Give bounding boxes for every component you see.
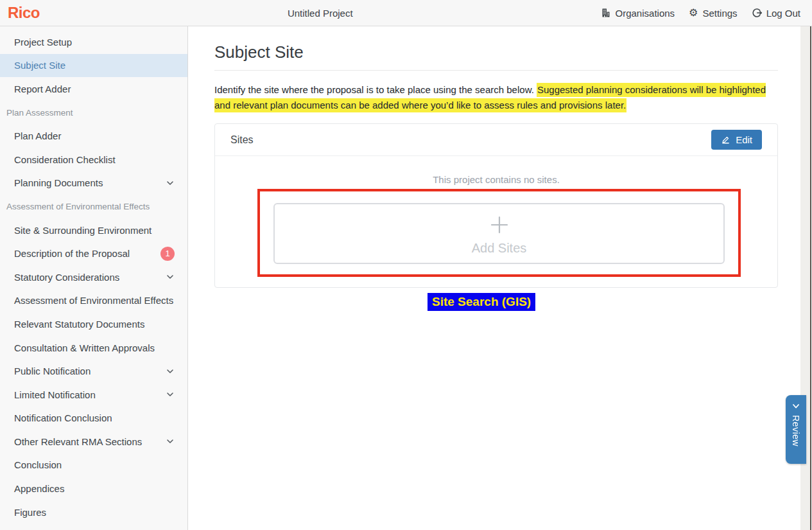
sidebar-item-label: Site & Surrounding Environment (14, 225, 175, 236)
chevron-down-icon (166, 437, 175, 446)
sidebar-item-label: Consultation & Written Approvals (14, 342, 175, 353)
sidebar-item-appendices[interactable]: Appendices (0, 477, 187, 500)
sidebar: Project SetupSubject SiteReport AdderPla… (0, 26, 188, 530)
sidebar-item-label: Description of the Proposal (14, 248, 160, 259)
buildings-icon (601, 8, 611, 18)
sidebar-item-conclusion[interactable]: Conclusion (0, 454, 187, 477)
sidebar-item-label: Notification Conclusion (14, 412, 175, 423)
sidebar-item-label: Figures (14, 507, 175, 518)
add-sites-button[interactable]: Add Sites (273, 203, 725, 264)
sidebar-item-consideration-checklist[interactable]: Consideration Checklist (0, 148, 187, 172)
nav-label: Settings (702, 8, 737, 19)
sidebar-item-project-setup[interactable]: Project Setup (0, 30, 187, 54)
nav-settings[interactable]: ⚙Settings (689, 8, 738, 19)
chevron-down-icon (166, 367, 175, 376)
sidebar-item-label: Relevant Statutory Documents (14, 319, 175, 330)
logout-icon (752, 8, 762, 18)
sidebar-item-label: Other Relevant RMA Sections (14, 436, 166, 447)
sidebar-item-label: Appendices (14, 483, 175, 494)
add-sites-label: Add Sites (472, 241, 527, 256)
edit-button[interactable]: Edit (711, 130, 762, 150)
sidebar-section-label: Assessment of Environmental Effects (6, 202, 150, 211)
chevron-down-icon (166, 179, 175, 188)
project-title: Untitled Project (288, 8, 353, 19)
gear-icon: ⚙ (689, 8, 698, 18)
sidebar-item-description-of-the-proposal[interactable]: Description of the Proposal1 (0, 242, 187, 265)
sidebar-item-figures[interactable]: Figures (0, 500, 187, 524)
edit-button-label: Edit (736, 134, 752, 145)
plus-icon (487, 212, 512, 238)
top-header: Rico Untitled Project Organisations⚙Sett… (0, 0, 812, 26)
sidebar-item-label: Subject Site (14, 60, 175, 71)
title-divider (214, 70, 778, 71)
sidebar-item-label: Assessment of Environmental Effects (14, 295, 175, 306)
nav-label: Log Out (766, 8, 800, 19)
sidebar-section-label: Plan Assessment (6, 108, 73, 118)
sites-card: Sites Edit This project contains no site… (214, 123, 778, 288)
sidebar-item-public-notification[interactable]: Public Notification (0, 359, 187, 383)
nav-log-out[interactable]: Log Out (752, 8, 800, 19)
notification-badge: 1 (160, 247, 175, 261)
nav-label: Organisations (616, 8, 675, 19)
sidebar-item-label: Statutory Considerations (14, 272, 166, 283)
sites-card-title: Sites (230, 134, 254, 146)
sites-card-header: Sites Edit (215, 124, 777, 156)
sidebar-section-plan-assessment: Plan Assessment (0, 101, 187, 125)
sidebar-item-plan-adder[interactable]: Plan Adder (0, 124, 187, 148)
sidebar-item-label: Conclusion (14, 459, 175, 470)
sidebar-section-assessment-of-environmental-effects: Assessment of Environmental Effects (0, 195, 187, 218)
nav-organisations[interactable]: Organisations (601, 8, 675, 19)
window-edge (810, 0, 811, 530)
chevron-down-icon (166, 272, 175, 281)
pencil-icon (721, 135, 730, 145)
sidebar-item-label: Consideration Checklist (14, 154, 175, 165)
sidebar-item-report-adder[interactable]: Report Adder (0, 77, 187, 101)
sidebar-item-limited-notification[interactable]: Limited Notification (0, 383, 187, 407)
annotation-site-search-label: Site Search (GIS) (428, 293, 535, 311)
sidebar-item-label: Planning Documents (14, 177, 166, 188)
review-tab-label: Review (791, 415, 801, 446)
sidebar-nav: Project SetupSubject SiteReport AdderPla… (0, 30, 187, 524)
sidebar-item-statutory-considerations[interactable]: Statutory Considerations (0, 265, 187, 289)
sidebar-item-other-relevant-rma-sections[interactable]: Other Relevant RMA Sections (0, 430, 187, 454)
sidebar-item-relevant-statutory-documents[interactable]: Relevant Statutory Documents (0, 312, 187, 336)
sidebar-item-planning-documents[interactable]: Planning Documents (0, 172, 187, 195)
empty-sites-message: This project contains no sites. (215, 174, 777, 185)
annotation-red-box: Add Sites (257, 189, 741, 277)
main-content: Subject Site Identify the site where the… (188, 26, 812, 530)
intro-text: Identify the site where the proposal is … (214, 82, 778, 113)
page-title: Subject Site (214, 42, 778, 62)
sidebar-item-label: Public Notification (14, 366, 166, 376)
chevron-down-icon (166, 390, 175, 399)
sidebar-item-label: Project Setup (14, 37, 175, 48)
sidebar-item-subject-site[interactable]: Subject Site (0, 54, 187, 78)
sidebar-item-site-surrounding-environment[interactable]: Site & Surrounding Environment (0, 218, 187, 242)
sidebar-item-label: Plan Adder (14, 130, 175, 141)
sites-card-body: This project contains no sites. Add Site… (215, 156, 777, 287)
review-tab[interactable]: Review (786, 395, 806, 464)
header-center: Untitled Project (40, 8, 601, 19)
intro-plain-text: Identify the site where the proposal is … (214, 84, 537, 95)
app-logo[interactable]: Rico (8, 4, 40, 22)
sidebar-item-label: Report Adder (14, 84, 175, 94)
sidebar-item-consultation-written-approvals[interactable]: Consultation & Written Approvals (0, 336, 187, 360)
header-nav: Organisations⚙SettingsLog Out (601, 8, 800, 19)
chevron-icon (791, 403, 801, 411)
sidebar-item-label: Limited Notification (14, 389, 166, 400)
sidebar-item-notification-conclusion[interactable]: Notification Conclusion (0, 407, 187, 430)
sidebar-item-assessment-of-environmental-effects[interactable]: Assessment of Environmental Effects (0, 289, 187, 313)
